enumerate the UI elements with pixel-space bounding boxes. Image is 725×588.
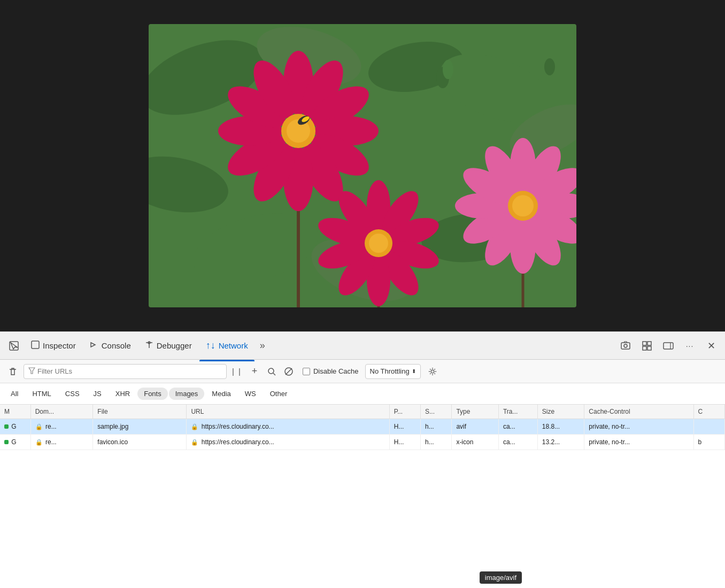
svg-rect-65 [643,342,646,345]
cell-method-1: G [0,419,30,435]
throttling-select[interactable]: No Throttling ⬍ [365,364,421,379]
cell-p-2: H... [389,435,420,450]
clear-button[interactable] [4,363,21,380]
element-picker-icon[interactable] [4,336,24,355]
cell-type-2: x-icon [452,435,499,450]
cell-tra-1: ca... [498,419,537,435]
tab-network[interactable]: ↑↓ Network [199,337,254,354]
tab-console[interactable]: Console [83,337,137,354]
lock-icon-1: 🔒 [35,423,43,430]
col-header-size[interactable]: Size [537,405,584,419]
svg-rect-68 [647,346,651,350]
svg-line-75 [286,368,292,375]
network-toolbar: | | + Disable Cache No Throttling ⬍ [0,360,725,383]
filter-tab-css[interactable]: CSS [59,388,86,400]
disable-cache-checkbox[interactable] [303,368,310,375]
cell-file-2: favicon.ico [93,435,187,450]
cell-url-2: 🔒 https://res.cloudinary.co... [187,435,389,450]
cell-c-2: b [693,435,724,450]
design-icon[interactable] [637,336,657,355]
table-row[interactable]: G 🔒 re... sample.jpg 🔒 https://res.cloud… [0,419,725,435]
search-button[interactable] [264,364,279,379]
tab-inspector[interactable]: Inspector [25,337,82,354]
col-header-tra[interactable]: Tra... [498,405,537,419]
svg-point-76 [431,370,434,373]
cell-size-1: 18.8... [537,419,584,435]
svg-marker-61 [91,343,95,347]
cell-p-1: H... [389,419,420,435]
screenshot-icon[interactable] [616,336,635,355]
svg-point-72 [268,368,274,374]
network-filter-tabs: All HTML CSS JS XHR Fonts Images Media W… [0,383,725,405]
cell-domain-1: 🔒 re... [30,419,93,435]
cell-size-2: 13.2... [537,435,584,450]
table-header-row: M Dom... File URL P... S... Type Tra... … [0,405,725,419]
devtools-panel: Inspector Console Debugger ↑↓ Network » [0,331,725,588]
responsive-icon[interactable] [659,336,678,355]
network-settings-icon[interactable] [425,364,440,379]
pause-recording-button[interactable]: | | [229,364,245,379]
cell-cache-2: private, no-tr... [584,435,693,450]
browser-viewport [0,0,725,331]
svg-point-57 [443,60,453,79]
filter-tab-other[interactable]: Other [264,388,294,400]
add-button[interactable]: + [247,364,262,379]
console-icon [90,341,98,351]
disable-cache-wrap: Disable Cache [303,367,359,375]
filter-urls-input-wrap [24,364,227,379]
col-header-file[interactable]: File [93,405,187,419]
svg-rect-66 [647,342,651,345]
col-header-domain[interactable]: Dom... [30,405,93,419]
svg-rect-63 [621,343,630,349]
status-dot-1 [4,424,9,429]
col-header-c[interactable]: C [693,405,724,419]
cell-cache-1: private, no-tr... [584,419,693,435]
close-devtools-icon[interactable]: ✕ [701,336,721,355]
col-header-url[interactable]: URL [187,405,389,419]
svg-marker-71 [29,368,35,374]
throttling-chevron-icon: ⬍ [412,368,416,374]
filter-urls-input[interactable] [37,367,222,375]
cell-method-2: G [0,435,30,450]
col-header-cache[interactable]: Cache-Control [584,405,693,419]
filter-tab-html[interactable]: HTML [26,388,57,400]
network-table-wrap: M Dom... File URL P... S... Type Tra... … [0,405,725,588]
network-icon: ↑↓ [206,340,215,351]
lock-icon-url-1: 🔒 [191,423,198,430]
col-header-type[interactable]: Type [452,405,499,419]
debugger-icon [145,341,153,351]
filter-tab-fonts[interactable]: Fonts [137,388,168,400]
mime-type-tooltip: image/avif [480,571,522,584]
svg-point-58 [544,58,555,75]
inspector-icon [31,341,40,351]
more-options-icon[interactable]: ··· [680,336,699,355]
col-header-s[interactable]: S... [421,405,452,419]
block-button[interactable] [281,364,296,379]
network-requests-table: M Dom... File URL P... S... Type Tra... … [0,405,725,450]
svg-rect-69 [664,343,673,349]
filter-tab-xhr[interactable]: XHR [109,388,136,400]
svg-line-73 [273,373,275,375]
cell-c-1 [693,419,724,435]
col-header-p[interactable]: P... [389,405,420,419]
cell-tra-2: ca... [498,435,537,450]
cell-url-1: 🔒 https://res.cloudinary.co... [187,419,389,435]
lock-icon-url-2: 🔒 [191,439,198,445]
table-row[interactable]: G 🔒 re... favicon.ico 🔒 https://res.clou… [0,435,725,450]
status-dot-2 [4,440,9,444]
devtools-toolbar-right: ··· ✕ [616,336,721,355]
cell-domain-2: 🔒 re... [30,435,93,450]
filter-tab-js[interactable]: JS [87,388,108,400]
col-header-m[interactable]: M [0,405,30,419]
tab-debugger[interactable]: Debugger [138,337,198,354]
filter-icon [28,367,35,376]
svg-point-55 [512,195,534,216]
filter-tab-images[interactable]: Images [169,388,205,400]
cell-file-1: sample.jpg [93,419,187,435]
filter-tab-ws[interactable]: WS [238,388,263,400]
page-content-image [149,24,576,307]
cell-type-1: avif [452,419,499,435]
filter-tab-all[interactable]: All [4,388,25,400]
more-tabs-button[interactable]: » [256,337,269,354]
filter-tab-media[interactable]: Media [205,388,237,400]
